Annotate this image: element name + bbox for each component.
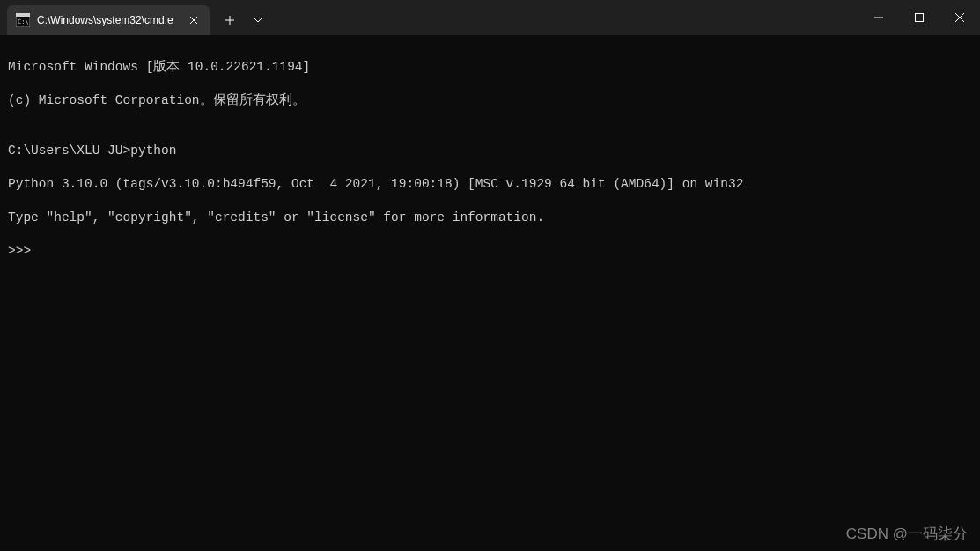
svg-rect-1 [16,13,30,17]
svg-text:C:\: C:\ [18,18,29,26]
maximize-button[interactable] [899,0,939,35]
terminal-line: Microsoft Windows [版本 10.0.22621.1194] [8,59,972,76]
tab-title: C:\Windows\system32\cmd.e [37,14,180,26]
watermark: CSDN @一码柒分 [846,524,968,544]
close-window-button[interactable] [939,0,980,35]
tab-cmd[interactable]: C:\ C:\Windows\system32\cmd.e [7,5,210,35]
python-prompt: >>> [8,243,972,260]
svg-rect-8 [916,14,924,22]
cmd-icon: C:\ [16,13,30,27]
terminal-line: Type "help", "copyright", "credits" or "… [8,209,972,226]
terminal-line: Python 3.10.0 (tags/v3.10.0:b494f59, Oct… [8,176,972,193]
new-tab-button[interactable] [215,5,245,35]
titlebar: C:\ C:\Windows\system32\cmd.e [0,0,980,35]
terminal-line: (c) Microsoft Corporation。保留所有权利。 [8,92,972,109]
window-controls [858,0,980,35]
minimize-button[interactable] [858,0,899,35]
tab-close-button[interactable] [187,13,201,27]
tab-dropdown-button[interactable] [245,5,271,35]
terminal-content[interactable]: Microsoft Windows [版本 10.0.22621.1194] (… [0,35,980,283]
terminal-prompt-line: C:\Users\XLU JU>python [8,143,972,159]
tabs-area: C:\ C:\Windows\system32\cmd.e [0,0,858,35]
